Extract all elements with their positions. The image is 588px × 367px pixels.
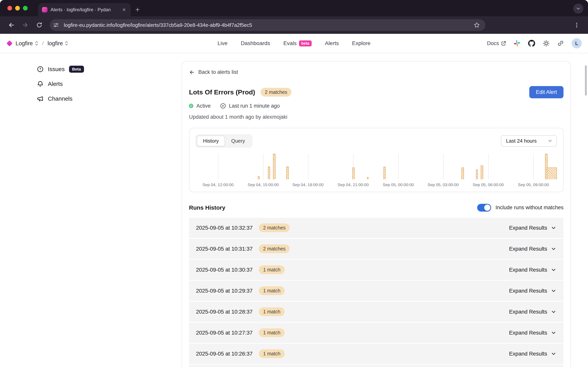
time-range-select[interactable]: Last 24 hours xyxy=(501,135,557,147)
expand-results-button[interactable]: Expand Results xyxy=(509,351,556,357)
axis-tick-label: Sep 04, 18:00:00 xyxy=(292,183,324,187)
chevron-down-icon xyxy=(551,330,556,336)
tab-history[interactable]: History xyxy=(197,136,225,146)
theme-toggle[interactable] xyxy=(543,40,549,47)
run-matches-badge: 1 match xyxy=(259,265,285,274)
sidebar-item-issues[interactable]: Issues Beta xyxy=(37,64,182,74)
include-runs-toggle[interactable] xyxy=(477,204,491,212)
reload-icon xyxy=(36,22,43,28)
zoom-window-button[interactable] xyxy=(23,6,28,10)
github-link[interactable] xyxy=(528,40,535,47)
axis-tick-label: Sep 04, 21:00:00 xyxy=(338,183,369,187)
axis-tick-label: Sep 05, 03:00:00 xyxy=(428,183,459,187)
matches-badge: 2 matches xyxy=(261,88,291,97)
back-button[interactable] xyxy=(5,19,17,31)
run-row: 2025-09-05 at 10:32:37 2 matches Expand … xyxy=(189,218,563,238)
expand-results-button[interactable]: Expand Results xyxy=(509,267,556,273)
chart-gridline xyxy=(443,154,443,179)
github-icon xyxy=(528,40,535,47)
page-scrollbar[interactable] xyxy=(585,65,587,96)
run-timestamp: 2025-09-05 at 10:30:37 xyxy=(196,267,253,273)
histogram-bar xyxy=(286,167,289,179)
run-row: 2025-09-05 at 10:29:37 1 match Expand Re… xyxy=(189,281,563,301)
history-query-tabs: History Query xyxy=(196,134,252,148)
histogram-bar xyxy=(383,167,386,179)
close-window-button[interactable] xyxy=(7,6,12,10)
chevron-down-icon xyxy=(551,351,556,357)
nav-alerts[interactable]: Alerts xyxy=(325,40,339,46)
alert-title-row: Lots Of Errors (Prod) 2 matches Edit Ale… xyxy=(189,86,563,98)
run-matches-badge: 2 matches xyxy=(259,244,290,253)
axis-tick-label: Sep 05, 09:00:00 xyxy=(518,183,549,187)
nav-evals[interactable]: Evalsbeta xyxy=(283,40,312,46)
histogram-bar xyxy=(547,167,557,179)
expand-results-button[interactable]: Expand Results xyxy=(509,225,556,231)
project-selector[interactable]: logfire xyxy=(47,40,68,47)
sidebar-item-label: Issues xyxy=(48,66,65,73)
histogram-bar xyxy=(481,165,483,179)
minimize-window-button[interactable] xyxy=(15,6,20,10)
evals-beta-badge: beta xyxy=(299,40,312,46)
traffic-lights xyxy=(7,6,28,10)
expand-results-button[interactable]: Expand Results xyxy=(509,246,556,252)
share-link-button[interactable] xyxy=(557,40,564,47)
browser-tab[interactable]: Alerts · logfire/logfire · Pydan × xyxy=(38,3,131,16)
forward-button[interactable] xyxy=(19,19,31,31)
expand-results-button[interactable]: Expand Results xyxy=(509,330,556,336)
chevron-down-icon xyxy=(551,225,556,231)
nav-dashboards[interactable]: Dashboards xyxy=(241,40,270,46)
site-info-icon[interactable] xyxy=(51,20,61,30)
kebab-menu-icon xyxy=(574,22,580,28)
chart-gridline xyxy=(308,154,308,179)
docs-link[interactable]: Docs xyxy=(487,40,506,46)
chevron-down-icon xyxy=(551,267,556,273)
run-row: 2025-09-05 at 10:25:37 1 match Expand Re… xyxy=(189,365,563,367)
runs-history-header: Runs History Include runs without matche… xyxy=(189,204,563,212)
sun-icon xyxy=(543,40,549,47)
sidebar-item-alerts[interactable]: Alerts xyxy=(37,79,182,89)
nav-live[interactable]: Live xyxy=(218,40,228,46)
runs-history-title: Runs History xyxy=(189,204,225,211)
back-to-alerts-link[interactable]: Back to alerts list xyxy=(189,69,238,75)
tab-close-icon[interactable]: × xyxy=(120,6,128,13)
expand-results-button[interactable]: Expand Results xyxy=(509,309,556,315)
alert-history-plot xyxy=(196,154,557,179)
chart-gridline xyxy=(263,154,264,179)
chevron-up-down-icon xyxy=(35,41,38,46)
url-text[interactable]: logfire-eu.pydantic.info/logfire/logfire… xyxy=(64,22,469,28)
chart-gridline xyxy=(218,154,218,179)
history-chart-card: History Query Last 24 hours Sep 04, 12:0… xyxy=(189,128,563,192)
browser-menu-button[interactable] xyxy=(571,19,583,31)
tab-query[interactable]: Query xyxy=(225,136,251,146)
expand-results-button[interactable]: Expand Results xyxy=(509,288,556,294)
header-actions: Docs L xyxy=(487,38,582,48)
bookmark-star-icon[interactable] xyxy=(472,20,481,30)
edit-alert-button[interactable]: Edit Alert xyxy=(529,86,563,98)
updated-label: Updated about 1 month ago by alexmojaki xyxy=(189,114,563,120)
run-row: 2025-09-05 at 10:27:37 1 match Expand Re… xyxy=(189,323,563,343)
runs-list: 2025-09-05 at 10:32:37 2 matches Expand … xyxy=(189,218,563,367)
new-tab-button[interactable]: + xyxy=(135,6,140,13)
chevron-down-icon xyxy=(547,138,553,143)
address-bar[interactable]: logfire-eu.pydantic.info/logfire/logfire… xyxy=(50,19,485,31)
histogram-bar xyxy=(268,167,270,179)
main-column: Back to alerts list Lots Of Errors (Prod… xyxy=(182,53,571,367)
chevron-down-icon xyxy=(551,246,556,252)
back-arrow-icon xyxy=(8,22,15,28)
run-matches-badge: 2 matches xyxy=(259,223,290,232)
sidebar-item-channels[interactable]: Channels xyxy=(37,94,182,104)
sidebar-item-label: Alerts xyxy=(48,81,63,87)
tab-search-button[interactable] xyxy=(573,3,583,14)
org-selector[interactable]: Logfire xyxy=(16,40,38,47)
histogram-bar xyxy=(461,167,464,179)
chart-toolbar: History Query Last 24 hours xyxy=(196,134,557,148)
nav-explore[interactable]: Explore xyxy=(352,40,370,46)
chart-gridline xyxy=(398,154,399,179)
reload-button[interactable] xyxy=(34,19,45,31)
issue-circle-icon xyxy=(37,66,43,73)
histogram-bar xyxy=(476,169,478,179)
user-avatar[interactable]: L xyxy=(572,38,582,48)
org-name: Logfire xyxy=(16,40,33,47)
slack-link[interactable] xyxy=(514,40,520,47)
external-link-icon xyxy=(501,41,506,46)
